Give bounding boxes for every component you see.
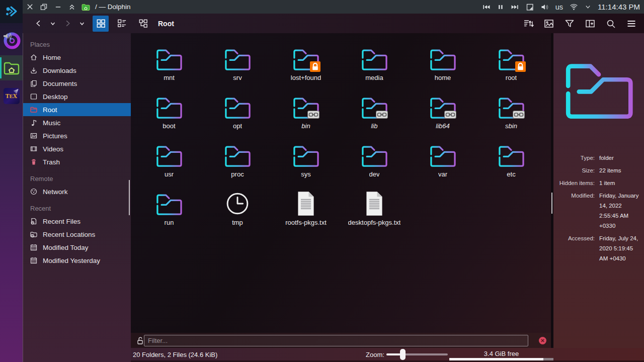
clock-icon [225, 192, 250, 216]
file-item-proc[interactable]: proc [203, 142, 272, 190]
dock-audio-disc-app[interactable] [0, 28, 23, 53]
folder-icon [497, 143, 526, 168]
back-history-dropdown[interactable] [47, 18, 58, 29]
sidebar-item-recent-files[interactable]: Recent Files [23, 215, 131, 228]
file-item-srv[interactable]: srv [203, 45, 272, 94]
lock-emblem-icon [515, 61, 526, 72]
wifi-icon[interactable] [570, 3, 578, 11]
free-space-label: 3.4 GiB free [449, 350, 553, 357]
folder-icon [154, 46, 184, 71]
folder-icon [428, 46, 457, 71]
media-previous-icon[interactable] [482, 3, 491, 11]
split-view-button[interactable] [585, 18, 596, 29]
section-header-recent: Recent [30, 205, 131, 212]
file-item-home[interactable]: home [409, 45, 477, 94]
close-filter-button[interactable]: ✕ [539, 337, 546, 344]
file-item-mnt[interactable]: mnt [135, 45, 203, 94]
media-next-icon[interactable] [511, 3, 519, 11]
zoom-slider-track[interactable] [386, 353, 448, 355]
sidebar-item-recent-locations[interactable]: Recent Locations [23, 228, 131, 241]
file-item-opt[interactable]: opt [203, 94, 272, 142]
trash-icon [30, 158, 38, 166]
calendar-icon [30, 243, 38, 251]
search-button[interactable] [605, 18, 616, 29]
sidebar-item-modified-yesterday[interactable]: Modified Yesterday [23, 254, 131, 267]
sidebar-item-modified-today[interactable]: Modified Today [23, 241, 131, 254]
symlink-emblem-icon [444, 111, 456, 119]
window-title: / — Dolphin [95, 3, 131, 11]
sidebar-item-trash[interactable]: Trash [23, 155, 131, 168]
section-header-places: Places [30, 41, 131, 48]
dock-launcher-button[interactable] [0, 0, 23, 23]
shade-window-button[interactable] [65, 0, 79, 14]
tray-expand-chevron-icon[interactable] [585, 4, 591, 10]
filter-input[interactable] [144, 335, 528, 346]
restore-window-button[interactable] [37, 0, 51, 14]
minimize-window-button[interactable] [51, 0, 65, 14]
calendar-icon [30, 256, 38, 264]
folder-icon [428, 143, 457, 168]
keyboard-layout-indicator[interactable]: us [555, 3, 563, 11]
info-row-size: Size: 22 items [555, 165, 641, 175]
breadcrumb-location[interactable]: Root [158, 20, 174, 28]
file-item-desktopfs-pkgs[interactable]: desktopfs-pkgs.txt [340, 190, 409, 238]
preview-toggle-button[interactable] [543, 18, 554, 29]
dock-latex-app[interactable]: TEX [0, 83, 23, 109]
folder-icon [154, 143, 184, 168]
file-item-usr[interactable]: usr [135, 142, 203, 190]
file-item-tmp[interactable]: tmp [203, 190, 272, 238]
tree-view-button[interactable] [135, 16, 151, 32]
sidebar-item-music[interactable]: Music [23, 116, 131, 129]
restore-icon [40, 4, 47, 11]
file-item-root[interactable]: root [477, 45, 545, 94]
latex-icon: TEX [4, 88, 20, 104]
dock-dolphin-app[interactable] [0, 55, 23, 80]
file-item-sys[interactable]: sys [272, 142, 340, 190]
file-item-media[interactable]: media [340, 45, 409, 94]
volume-icon[interactable] [540, 3, 549, 11]
file-item-etc[interactable]: etc [477, 142, 545, 190]
file-item-dev[interactable]: dev [340, 142, 409, 190]
download-icon [30, 66, 38, 74]
folder-icon [223, 95, 252, 120]
icons-view-button[interactable] [93, 16, 109, 32]
close-window-button[interactable] [23, 0, 37, 14]
folder-view[interactable]: mnt srv lost+found media home root [131, 33, 551, 333]
sidebar-item-pictures[interactable]: Pictures [23, 129, 131, 142]
file-item-lost-found[interactable]: lost+found [272, 45, 340, 94]
close-icon [27, 4, 33, 10]
compact-view-button[interactable] [114, 16, 130, 32]
sidebar-item-network[interactable]: Network [23, 185, 131, 198]
selection-summary: 20 Folders, 2 Files (24.6 KiB) [133, 351, 217, 358]
sidebar-item-home[interactable]: Home [23, 51, 131, 64]
filter-toggle-button[interactable] [564, 18, 575, 29]
file-item-rootfs-pkgs[interactable]: rootfs-pkgs.txt [272, 190, 340, 238]
media-pause-icon[interactable] [497, 3, 504, 11]
file-item-var[interactable]: var [409, 142, 477, 190]
panel-corner-icon[interactable] [526, 3, 534, 11]
sidebar-item-root[interactable]: Root [23, 103, 131, 116]
back-button[interactable] [33, 18, 44, 29]
sidebar-item-documents[interactable]: Documents [23, 77, 131, 90]
lock-toggle-icon[interactable] [136, 336, 144, 345]
forward-history-dropdown[interactable] [76, 18, 88, 29]
dolphin-window-icon [79, 3, 92, 11]
file-item-sbin[interactable]: sbin [477, 94, 545, 142]
clock[interactable]: 11:14:43 PM [598, 3, 640, 11]
file-item-run[interactable]: run [135, 190, 203, 238]
sidebar-item-videos[interactable]: Videos [23, 142, 131, 155]
file-item-bin[interactable]: bin [272, 94, 340, 142]
file-item-lib[interactable]: lib [340, 94, 409, 142]
file-item-boot[interactable]: boot [135, 94, 203, 142]
zoom-slider-handle[interactable] [400, 349, 406, 360]
film-icon [30, 145, 38, 153]
red-folder-icon [30, 106, 38, 114]
sidebar-item-desktop[interactable]: Desktop [23, 90, 131, 103]
forward-button[interactable] [62, 18, 73, 29]
sort-button[interactable] [523, 18, 534, 29]
file-item-lib64[interactable]: lib64 [409, 94, 477, 142]
desktop-screen: TEX / — Dolphin [0, 0, 644, 362]
hamburger-menu-button[interactable] [626, 18, 637, 29]
folder-icon [360, 143, 389, 168]
sidebar-item-downloads[interactable]: Downloads [23, 64, 131, 77]
